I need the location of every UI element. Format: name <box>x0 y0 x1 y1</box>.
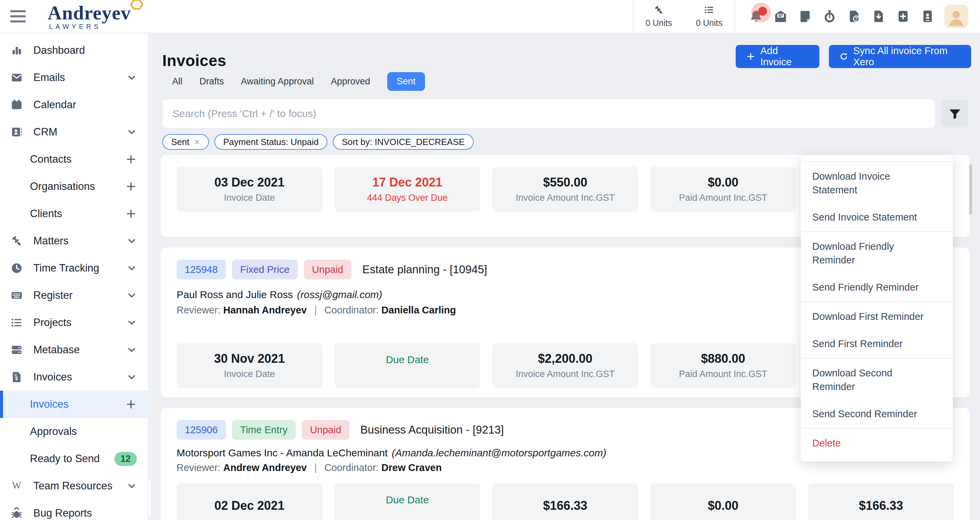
sidebar-item-projects[interactable]: Projects <box>0 309 152 336</box>
tab-all[interactable]: All <box>172 72 182 91</box>
sidebar-subitem-clients[interactable]: Clients <box>0 200 152 227</box>
sidebar-item-label: Emails <box>33 72 127 84</box>
menu-item-delete[interactable]: Delete <box>801 429 953 457</box>
note-icon[interactable] <box>793 4 817 29</box>
invoice-title: Estate planning - [10945] <box>363 263 487 276</box>
menu-item-download-friendly-reminder[interactable]: Download Friendly Reminder <box>801 233 953 274</box>
unit-counter-0[interactable]: 0 Units <box>633 0 684 33</box>
chevron-down-icon[interactable] <box>127 345 137 355</box>
file-question-icon[interactable]: ? <box>842 4 866 29</box>
sidebar-item-emails[interactable]: Emails <box>0 64 152 91</box>
menu-item-send-friendly-reminder[interactable]: Send Friendly Reminder <box>801 274 953 301</box>
logo-wordmark: Andreyev <box>48 3 130 22</box>
sidebar-subitem-ready-to-send[interactable]: Ready to Send12 <box>0 445 152 472</box>
stat-box: $550.00Invoice Amount Inc.GST <box>492 167 638 211</box>
topbar-actions: 0 Units0 Units ? <box>633 0 980 33</box>
crew-line: Reviewer: Hannah Andreyev | Coordinator:… <box>177 305 456 316</box>
sidebar-item-label: Matters <box>33 235 127 247</box>
sidebar-item-register[interactable]: Register <box>0 282 152 309</box>
gavel-icon <box>0 235 33 247</box>
sidebar-item-crm[interactable]: CRM <box>0 118 152 146</box>
user-avatar[interactable] <box>945 5 968 28</box>
chevron-down-icon[interactable] <box>127 73 137 83</box>
invoice-stats-row: 02 Dec 2021Due Date$166.33$0.00$166.33 <box>177 483 954 520</box>
stat-value: 03 Dec 2021 <box>215 175 285 189</box>
content-scrollbar-thumb[interactable] <box>969 164 972 215</box>
chevron-down-icon[interactable] <box>127 236 137 246</box>
hamburger-menu-icon[interactable] <box>10 10 26 22</box>
search-input[interactable] <box>162 99 935 128</box>
sidebar-subitem-contacts[interactable]: Contacts <box>0 146 152 173</box>
filter-button[interactable] <box>941 100 969 127</box>
sidebar-item-label: Bug Reports <box>33 507 137 519</box>
sidebar-item-time-tracking[interactable]: Time Tracking <box>0 254 152 282</box>
sidebar-item-bug-reports[interactable]: Bug Reports <box>0 499 152 520</box>
chevron-down-icon[interactable] <box>127 481 137 491</box>
filter-chip-sort-by-invoice-decrease[interactable]: Sort by: INVOICE_DECREASE <box>333 134 473 150</box>
client-email: (Amanda.lecheminant@motorsportgames.com) <box>392 447 606 458</box>
sidebar-subitem-approvals[interactable]: Approvals <box>0 418 152 445</box>
svg-text:W: W <box>12 480 21 491</box>
bell-icon[interactable] <box>744 4 768 29</box>
filter-chip-sent[interactable]: Sent× <box>162 134 209 150</box>
menu-item-send-first-reminder[interactable]: Send First Reminder <box>801 330 953 357</box>
invoice-card-header: 125906Time EntryUnpaidBusiness Acquisiti… <box>177 420 504 440</box>
close-icon[interactable]: × <box>194 137 200 147</box>
crew-line: Reviewer: Andrew Andreyev | Coordinator:… <box>177 462 442 473</box>
crm-icon <box>0 126 33 138</box>
sidebar-item-label: Approvals <box>30 425 137 437</box>
add-card-icon[interactable] <box>891 4 915 29</box>
sidebar-item-label: Invoices <box>30 398 125 410</box>
sidebar-item-team-resources[interactable]: WTeam Resources <box>0 472 152 499</box>
menu-item-send-second-reminder[interactable]: Send Second Reminder <box>801 400 953 428</box>
stat-label: Paid Amount Inc.GST <box>679 369 767 380</box>
stopwatch-icon[interactable] <box>817 4 842 29</box>
file-download-icon[interactable] <box>866 4 891 29</box>
tab-drafts[interactable]: Drafts <box>199 72 224 91</box>
sidebar-item-label: Clients <box>30 208 125 220</box>
funnel-icon <box>949 108 961 120</box>
sidebar-subitem-invoices[interactable]: Invoices <box>0 391 152 418</box>
chevron-down-icon[interactable] <box>127 127 137 137</box>
chevron-down-icon[interactable] <box>127 318 137 328</box>
plus-icon[interactable] <box>125 153 137 165</box>
plus-icon[interactable] <box>125 208 137 219</box>
contact-card-icon[interactable] <box>915 4 940 29</box>
stat-label: Invoice Date <box>224 192 275 203</box>
menu-item-download-first-reminder[interactable]: Download First Reminder <box>801 303 953 330</box>
sidebar-item-calendar[interactable]: Calendar <box>0 91 152 118</box>
menu-item-download-invoice-statement[interactable]: Download Invoice Statement <box>801 163 953 204</box>
menu-section: Download First ReminderSend First Remind… <box>801 302 953 359</box>
menu-item-download-second-reminder[interactable]: Download Second Reminder <box>801 359 953 400</box>
invoice-stats-row: 03 Dec 2021Invoice Date17 Dec 2021444 Da… <box>177 167 796 211</box>
hexagon-logo-icon <box>130 0 143 12</box>
menu-item-send-invoice-statement[interactable]: Send Invoice Statement <box>801 204 953 231</box>
chevron-down-icon[interactable] <box>127 263 137 273</box>
inbox-icon[interactable] <box>768 4 793 29</box>
unit-counter-1[interactable]: 0 Units <box>684 0 734 33</box>
svg-text:$: $ <box>15 376 18 381</box>
gavel-icon <box>654 5 664 16</box>
plus-icon[interactable] <box>125 181 137 192</box>
topbar-icon-buttons: ? <box>744 4 940 29</box>
sidebar-item-matters[interactable]: Matters <box>0 227 152 254</box>
divider: | <box>314 462 317 473</box>
sidebar-item-invoices[interactable]: $Invoices <box>0 363 152 391</box>
filter-chip-payment-status-unpaid[interactable]: Payment Status: Unpaid <box>215 134 327 150</box>
chevron-down-icon[interactable] <box>127 290 137 301</box>
plus-icon[interactable] <box>125 399 137 410</box>
chevron-down-icon[interactable] <box>127 372 137 382</box>
stat-box: $0.00Paid Amount Inc.GST <box>650 167 796 211</box>
sidebar-scrollbar-thumb[interactable] <box>148 479 151 517</box>
tab-approved[interactable]: Approved <box>331 72 370 91</box>
sidebar-item-label: Projects <box>33 316 127 329</box>
sidebar-item-label: Metabase <box>33 344 127 356</box>
sidebar-item-dashboard[interactable]: Dashboard <box>0 37 152 64</box>
sidebar-item-metabase[interactable]: Metabase <box>0 336 152 363</box>
sidebar-subitem-organisations[interactable]: Organisations <box>0 173 152 200</box>
tab-awaiting-approval[interactable]: Awaiting Approval <box>241 72 314 91</box>
tab-sent[interactable]: Sent <box>387 72 425 91</box>
sync-invoices-button[interactable]: Sync All invoice From Xero <box>829 45 971 68</box>
add-invoice-button[interactable]: Add Invoice <box>736 45 819 68</box>
sidebar-item-label: Team Resources <box>33 480 127 492</box>
